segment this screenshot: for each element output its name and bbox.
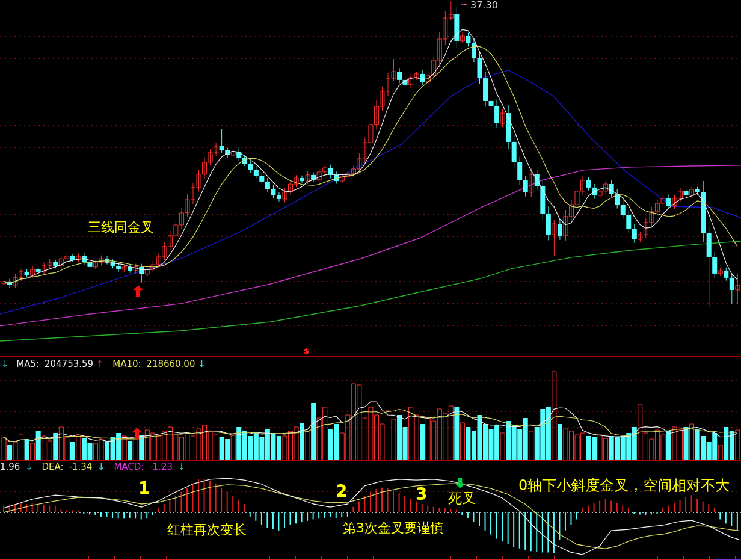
volume-ma5-label: MA5:	[16, 358, 39, 369]
dollar-marker: $	[304, 347, 309, 355]
death-cross-label: 死叉	[448, 491, 476, 505]
peak-tick-mark: ~	[461, 0, 468, 8]
volume-ma10-value: 218660.00	[146, 358, 195, 369]
peak-price-label: 37.30	[470, 1, 498, 10]
macd-dea-value: -1.34	[69, 461, 92, 472]
macd-dea-arrow-icon: ↓	[97, 461, 105, 472]
stock-chart-window: ~ 37.30 三线同金叉 $ ↓ MA5: 204753.59 ↑ MA10:…	[0, 0, 741, 560]
annotation-three-line-golden-cross: 三线同金叉	[88, 221, 154, 234]
volume-lead-arrow-icon: ↓	[1, 358, 9, 369]
golden-cross-label-2: 2	[336, 483, 347, 500]
volume-header: ↓ MA5: 204753.59 ↑ MA10: 218660.00 ↓	[1, 360, 206, 369]
volume-ma5-arrow-icon: ↑	[96, 358, 104, 369]
golden-cross-label-3: 3	[416, 486, 427, 503]
annotation-below-zero-golden-cross: 0轴下小斜度金叉，空间相对不大	[518, 478, 730, 493]
macd-dea-label: DEA:	[42, 461, 64, 472]
macd-dif-arrow-icon: ↓	[25, 461, 33, 472]
annotation-third-golden-cross-caution: 第3次金叉要谨慎	[343, 522, 444, 535]
volume-ma10-label: MA10:	[112, 358, 141, 369]
macd-value: -1.23	[149, 461, 173, 472]
macd-arrow-icon: ↓	[178, 461, 186, 472]
volume-ma5-value: 204753.59	[45, 358, 93, 369]
annotation-red-bars-longer: 红柱再次变长	[167, 523, 247, 537]
macd-header: 1.96 ↓ DEA: -1.34 ↓ MACD: -1.23 ↓	[0, 463, 185, 472]
volume-ma10-arrow-icon: ↓	[198, 358, 206, 369]
golden-cross-label-1: 1	[138, 480, 150, 497]
kline-chart-canvas	[0, 0, 741, 560]
macd-dif-value: 1.96	[0, 461, 20, 472]
macd-value-label: MACD:	[114, 461, 144, 472]
